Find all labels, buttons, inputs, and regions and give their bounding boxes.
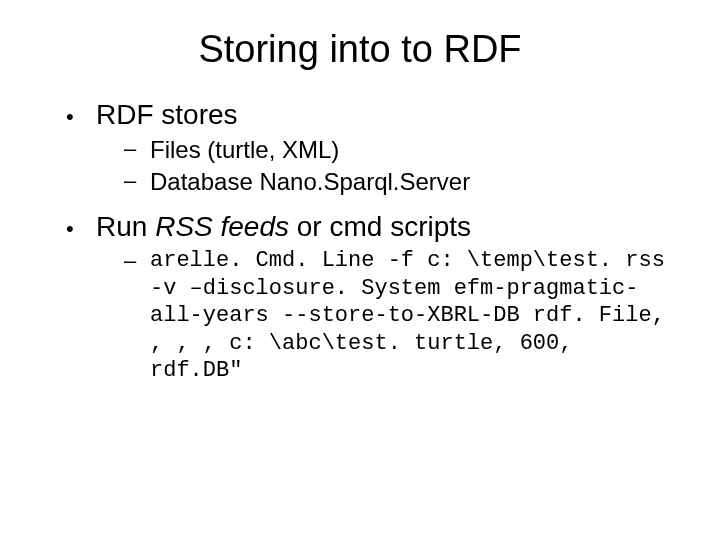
code-item: arelle. Cmd. Line -f c: \temp\test. rss … — [122, 247, 670, 385]
sub-item: Database Nano.Sparql.Server — [122, 167, 670, 197]
sub-list: Files (turtle, XML) Database Nano.Sparql… — [96, 135, 670, 197]
bullet-label-post: or cmd scripts — [289, 211, 471, 242]
bullet-list: RDF stores Files (turtle, XML) Database … — [50, 99, 670, 385]
bullet-item-run-rss: Run RSS feeds or cmd scripts arelle. Cmd… — [60, 211, 670, 385]
bullet-label-emph: RSS feeds — [155, 211, 289, 242]
slide: Storing into to RDF RDF stores Files (tu… — [0, 0, 720, 540]
sub-list-code: arelle. Cmd. Line -f c: \temp\test. rss … — [96, 247, 670, 385]
slide-title: Storing into to RDF — [50, 28, 670, 71]
sub-item: Files (turtle, XML) — [122, 135, 670, 165]
bullet-item-rdf-stores: RDF stores Files (turtle, XML) Database … — [60, 99, 670, 197]
bullet-label: RDF stores — [96, 99, 238, 130]
bullet-label-pre: Run — [96, 211, 155, 242]
